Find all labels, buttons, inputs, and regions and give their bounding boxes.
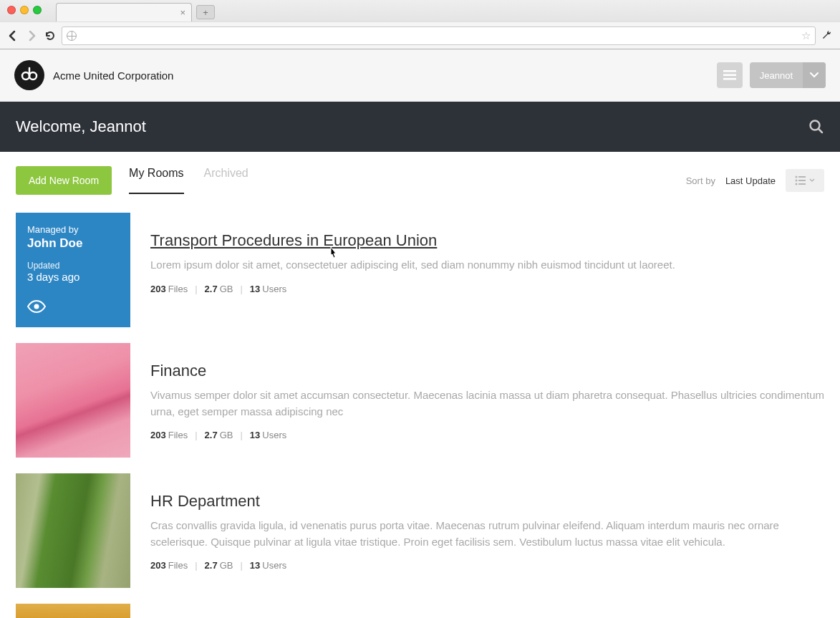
chevron-down-icon bbox=[809, 178, 815, 183]
rooms-list: Managed by John Doe Updated 3 days ago T… bbox=[0, 195, 840, 618]
tabs-nav: My Rooms Archived bbox=[129, 167, 248, 194]
room-description: Cras convallis gravida ligula, id venena… bbox=[150, 518, 824, 550]
managed-by-label: Managed by bbox=[27, 224, 119, 235]
stat-users-count: 13 bbox=[250, 430, 260, 440]
room-title[interactable]: Finance bbox=[150, 362, 824, 380]
svg-rect-3 bbox=[723, 74, 736, 77]
tab-my-rooms[interactable]: My Rooms bbox=[129, 167, 183, 194]
forward-button[interactable] bbox=[24, 29, 39, 43]
svg-rect-4 bbox=[723, 78, 736, 80]
svg-rect-9 bbox=[798, 180, 806, 181]
sort-label: Sort by bbox=[686, 175, 715, 186]
updated-label: Updated bbox=[27, 261, 119, 271]
controls-row: Add New Room My Rooms Archived Sort by L… bbox=[0, 152, 840, 195]
room-title[interactable]: HR Department bbox=[150, 492, 824, 511]
stat-files-count: 203 bbox=[150, 430, 166, 440]
svg-point-10 bbox=[796, 183, 798, 185]
stat-users-count: 13 bbox=[250, 560, 260, 571]
welcome-bar: Welcome, Jeannot bbox=[0, 102, 840, 152]
add-new-room-button[interactable]: Add New Room bbox=[16, 166, 112, 195]
window-minimize-button[interactable] bbox=[20, 6, 29, 14]
stat-files-count: 203 bbox=[150, 560, 166, 571]
svg-point-12 bbox=[34, 304, 39, 309]
window-controls bbox=[7, 6, 42, 14]
room-thumbnail[interactable]: Managed by John Doe Updated 3 days ago bbox=[16, 213, 130, 327]
room-title[interactable]: Transport Procedures in European Union bbox=[150, 231, 824, 250]
stat-files-label: Files bbox=[168, 430, 188, 440]
stat-size-label: GB bbox=[220, 284, 233, 294]
svg-rect-7 bbox=[798, 176, 806, 178]
room-item: Managed by John Doe Updated 3 days ago T… bbox=[16, 213, 824, 327]
room-item: Finance Vivamus semper dolor sit amet ac… bbox=[16, 343, 824, 458]
globe-icon bbox=[67, 31, 77, 41]
room-thumbnail[interactable] bbox=[16, 343, 130, 458]
chevron-down-icon bbox=[803, 62, 826, 88]
svg-point-1 bbox=[29, 72, 37, 79]
room-description: Vivamus semper dolor sit amet accumsan c… bbox=[150, 387, 824, 420]
stat-size-value: 2.7 bbox=[205, 284, 218, 294]
svg-rect-2 bbox=[723, 70, 736, 72]
welcome-text: Welcome, Jeannot bbox=[16, 117, 146, 136]
brand[interactable]: Acme United Corporation bbox=[14, 60, 173, 90]
stat-size-value: 2.7 bbox=[205, 430, 218, 440]
reload-button[interactable] bbox=[43, 29, 57, 43]
svg-point-8 bbox=[796, 180, 798, 182]
browser-chrome: × + ☆ bbox=[0, 0, 840, 49]
stat-files-count: 203 bbox=[150, 284, 166, 294]
back-button[interactable] bbox=[6, 29, 20, 43]
stat-users-count: 13 bbox=[250, 284, 260, 294]
hamburger-icon bbox=[723, 70, 736, 80]
browser-tab[interactable]: × bbox=[56, 3, 192, 21]
room-stats: 203Files | 2.7GB | 13Users bbox=[150, 430, 824, 440]
close-icon[interactable]: × bbox=[180, 7, 185, 18]
bookmark-star-icon[interactable]: ☆ bbox=[801, 29, 811, 42]
svg-point-0 bbox=[22, 72, 29, 79]
app-header: Acme United Corporation Jeannot bbox=[0, 49, 840, 102]
room-stats: 203Files | 2.7GB | 13Users bbox=[150, 284, 824, 294]
eye-icon bbox=[27, 300, 119, 316]
stat-users-label: Users bbox=[262, 284, 286, 294]
room-stats: 203Files | 2.7GB | 13Users bbox=[150, 560, 824, 571]
new-tab-button[interactable]: + bbox=[196, 5, 215, 19]
svg-rect-11 bbox=[798, 183, 806, 185]
brand-logo-icon bbox=[14, 60, 44, 90]
room-item bbox=[16, 604, 824, 618]
svg-point-6 bbox=[796, 176, 798, 178]
sort-value[interactable]: Last Update bbox=[725, 175, 776, 186]
room-thumbnail[interactable] bbox=[16, 604, 130, 618]
address-bar[interactable]: ☆ bbox=[62, 26, 816, 45]
tab-archived[interactable]: Archived bbox=[204, 167, 248, 194]
room-item: HR Department Cras convallis gravida lig… bbox=[16, 473, 824, 588]
hamburger-menu-button[interactable] bbox=[717, 62, 743, 88]
list-view-icon bbox=[795, 175, 806, 185]
room-thumbnail[interactable] bbox=[16, 473, 130, 588]
manager-name: John Doe bbox=[27, 236, 119, 251]
search-button[interactable] bbox=[808, 119, 824, 135]
stat-size-value: 2.7 bbox=[205, 560, 218, 571]
stat-users-label: Users bbox=[262, 430, 286, 440]
search-icon bbox=[808, 119, 824, 135]
stat-users-label: Users bbox=[262, 560, 286, 571]
stat-files-label: Files bbox=[168, 560, 188, 571]
settings-wrench-icon[interactable] bbox=[820, 29, 834, 43]
company-name: Acme United Corporation bbox=[53, 69, 173, 82]
user-name: Jeannot bbox=[750, 70, 803, 81]
stat-size-label: GB bbox=[220, 560, 233, 571]
stat-size-label: GB bbox=[220, 430, 233, 440]
user-menu[interactable]: Jeannot bbox=[750, 62, 826, 88]
window-zoom-button[interactable] bbox=[33, 6, 42, 14]
room-description: Lorem ipsum dolor sit amet, consectetuer… bbox=[150, 257, 824, 274]
stat-files-label: Files bbox=[168, 284, 188, 294]
updated-value: 3 days ago bbox=[27, 271, 119, 283]
view-toggle[interactable] bbox=[786, 169, 824, 192]
window-close-button[interactable] bbox=[7, 6, 16, 14]
